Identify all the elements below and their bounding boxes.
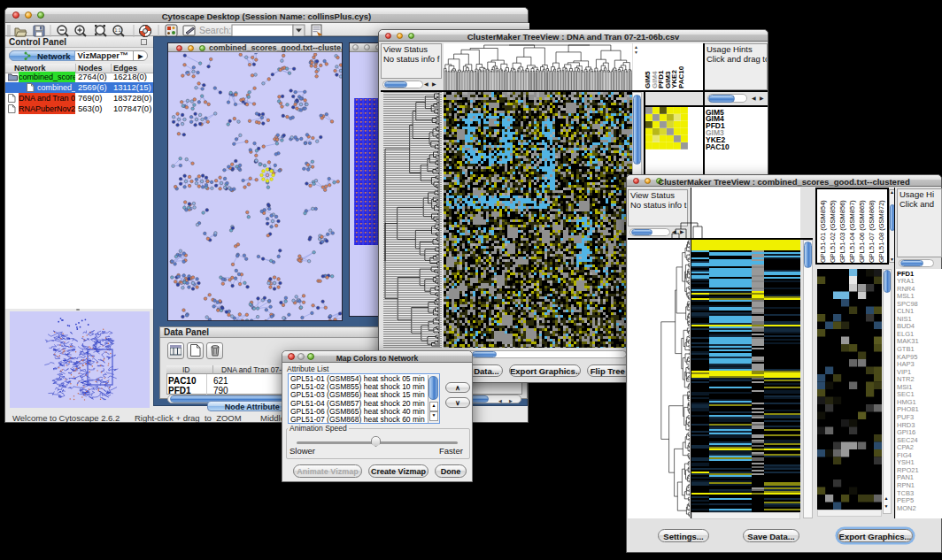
- svg-text:Search:: Search:: [199, 25, 231, 35]
- svg-text:GPL51-03 (GSM856): GPL51-03 (GSM856): [838, 200, 846, 263]
- svg-text:GPL51-07 (GSM868): GPL51-07 (GSM868): [868, 200, 876, 263]
- svg-text:PAC10: PAC10: [677, 65, 685, 88]
- svg-text:GPL51-04 (GSM857): GPL51-04 (GSM857): [848, 200, 856, 263]
- svg-text:GPL51-06 (GSM865): GPL51-06 (GSM865): [858, 200, 866, 263]
- svg-text:GPL51-01 (GSM854): GPL51-01 (GSM854): [819, 200, 827, 263]
- svg-text:GPL51-02 (GSM855): GPL51-02 (GSM855): [829, 200, 837, 263]
- svg-text:GPL51-08 (GSM872): GPL51-08 (GSM872): [877, 200, 885, 263]
- svg-text:1:1: 1:1: [115, 27, 121, 33]
